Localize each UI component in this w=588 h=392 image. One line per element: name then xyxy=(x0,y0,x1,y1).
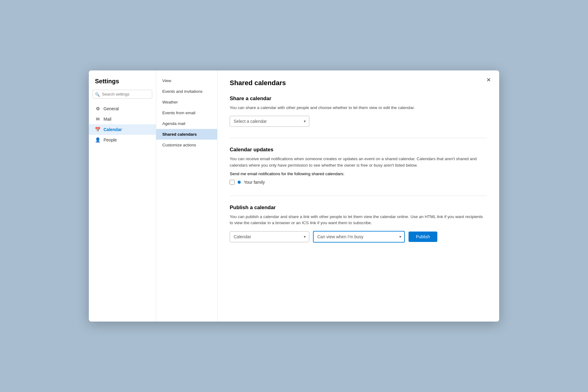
people-icon: 👤 xyxy=(95,137,100,143)
mail-icon: ✉ xyxy=(95,116,100,122)
publish-button[interactable]: Publish xyxy=(409,232,437,242)
calendar-select-wrapper: Select a calendar Calendar Your family B… xyxy=(230,116,309,127)
sidebar-item-label-people: People xyxy=(104,138,117,142)
search-icon: 🔍 xyxy=(95,92,100,96)
sidebar-item-label-general: General xyxy=(104,106,119,111)
notification-label: Send me email notifications for the foll… xyxy=(230,172,487,176)
permission-select[interactable]: Can view when I'm busy Can view all deta… xyxy=(313,231,405,243)
publish-calendar-section: Publish a calendar You can publish a cal… xyxy=(230,205,487,243)
close-button[interactable]: ✕ xyxy=(484,75,493,85)
sidebar-item-mail[interactable]: ✉ Mail xyxy=(89,114,156,124)
calendar-updates-section: Calendar updates You can receive email n… xyxy=(230,147,487,185)
calendar-checkbox-row: Your family xyxy=(230,180,487,185)
page-title: Shared calendars xyxy=(230,79,487,87)
sidebar-item-label-calendar: Calendar xyxy=(104,127,122,132)
submenu-weather[interactable]: Weather xyxy=(156,97,217,107)
submenu-events-from-email[interactable]: Events from email xyxy=(156,107,217,118)
publish-calendar-select[interactable]: Calendar Your family Birthdays xyxy=(230,231,309,242)
updates-section-title: Calendar updates xyxy=(230,147,487,153)
submenu-view[interactable]: View xyxy=(156,75,217,86)
share-section-description: You can share a calendar with other peop… xyxy=(230,105,487,111)
your-family-dot xyxy=(238,181,241,184)
your-family-checkbox[interactable] xyxy=(230,180,235,185)
publish-section-title: Publish a calendar xyxy=(230,205,487,211)
main-content: Shared calendars Share a calendar You ca… xyxy=(217,70,499,322)
sidebar: Settings 🔍 ⚙ General ✉ Mail 📅 Calendar 👤… xyxy=(89,70,156,322)
submenu-agenda-mail[interactable]: Agenda mail xyxy=(156,118,217,129)
sidebar-item-calendar[interactable]: 📅 Calendar xyxy=(89,124,156,135)
sidebar-title: Settings xyxy=(89,75,156,90)
share-section-title: Share a calendar xyxy=(230,96,487,102)
divider-2 xyxy=(230,196,487,196)
search-input[interactable] xyxy=(92,90,152,99)
submenu-events-invitations[interactable]: Events and invitations xyxy=(156,86,217,97)
divider-1 xyxy=(230,138,487,138)
submenu-shared-calendars[interactable]: Shared calendars xyxy=(156,129,217,140)
sidebar-item-people[interactable]: 👤 People xyxy=(89,135,156,145)
settings-window: ✕ Settings 🔍 ⚙ General ✉ Mail 📅 Calendar xyxy=(89,70,499,322)
permission-select-wrapper: Can view when I'm busy Can view all deta… xyxy=(313,231,405,243)
general-icon: ⚙ xyxy=(95,106,100,111)
publish-row: Calendar Your family Birthdays ▾ Can vie… xyxy=(230,231,487,243)
submenu: View Events and invitations Weather Even… xyxy=(156,70,217,322)
layout: Settings 🔍 ⚙ General ✉ Mail 📅 Calendar 👤… xyxy=(89,70,499,322)
sidebar-item-general[interactable]: ⚙ General xyxy=(89,104,156,114)
sidebar-item-label-mail: Mail xyxy=(104,117,111,122)
updates-section-description: You can receive email notifications when… xyxy=(230,156,487,168)
submenu-customize-actions[interactable]: Customize actions xyxy=(156,140,217,150)
publish-section-description: You can publish a calendar and share a l… xyxy=(230,214,487,226)
your-family-label[interactable]: Your family xyxy=(244,180,265,185)
share-calendar-section: Share a calendar You can share a calenda… xyxy=(230,96,487,127)
calendar-select[interactable]: Select a calendar Calendar Your family B… xyxy=(230,116,309,127)
calendar-icon: 📅 xyxy=(95,127,100,132)
publish-calendar-select-wrapper: Calendar Your family Birthdays ▾ xyxy=(230,231,309,242)
search-box: 🔍 xyxy=(92,90,152,99)
